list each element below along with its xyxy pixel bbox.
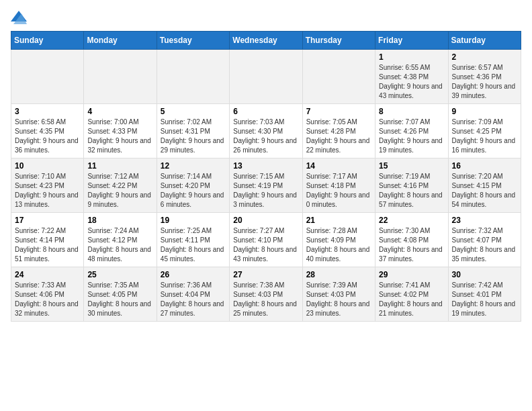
calendar-cell: 4Sunrise: 7:00 AMSunset: 4:33 PMDaylight… <box>84 104 157 158</box>
logo <box>11 11 30 24</box>
day-detail: Sunrise: 7:25 AMSunset: 4:11 PMDaylight:… <box>161 226 226 264</box>
calendar-cell: 30Sunrise: 7:42 AMSunset: 4:01 PMDayligh… <box>448 267 521 322</box>
day-number: 2 <box>452 52 517 62</box>
day-detail: Sunrise: 7:05 AMSunset: 4:28 PMDaylight:… <box>306 118 371 155</box>
day-number: 16 <box>452 161 517 171</box>
day-number: 26 <box>161 270 226 279</box>
calendar-cell: 26Sunrise: 7:36 AMSunset: 4:04 PMDayligh… <box>157 267 229 322</box>
day-detail: Sunrise: 7:14 AMSunset: 4:20 PMDaylight:… <box>161 172 226 210</box>
column-header-friday: Friday <box>375 32 448 50</box>
calendar-cell: 10Sunrise: 7:10 AMSunset: 4:23 PMDayligh… <box>11 158 84 213</box>
day-number: 18 <box>87 216 152 225</box>
calendar-cell: 6Sunrise: 7:03 AMSunset: 4:30 PMDaylight… <box>230 104 302 158</box>
day-detail: Sunrise: 7:30 AMSunset: 4:08 PMDaylight:… <box>379 226 444 264</box>
column-header-sunday: Sunday <box>11 32 84 50</box>
day-number: 1 <box>379 52 444 62</box>
day-number: 20 <box>233 216 298 225</box>
day-detail: Sunrise: 7:07 AMSunset: 4:26 PMDaylight:… <box>379 118 444 155</box>
calendar-cell: 5Sunrise: 7:02 AMSunset: 4:31 PMDaylight… <box>157 104 229 158</box>
day-number: 3 <box>15 107 80 116</box>
day-detail: Sunrise: 7:12 AMSunset: 4:22 PMDaylight:… <box>87 172 152 210</box>
calendar-cell: 16Sunrise: 7:20 AMSunset: 4:15 PMDayligh… <box>448 158 521 213</box>
day-detail: Sunrise: 7:02 AMSunset: 4:31 PMDaylight:… <box>161 118 226 155</box>
calendar-header: SundayMondayTuesdayWednesdayThursdayFrid… <box>11 32 521 50</box>
calendar-cell: 8Sunrise: 7:07 AMSunset: 4:26 PMDaylight… <box>375 104 448 158</box>
day-detail: Sunrise: 7:15 AMSunset: 4:19 PMDaylight:… <box>233 172 298 210</box>
day-number: 22 <box>379 216 444 225</box>
calendar-cell: 27Sunrise: 7:38 AMSunset: 4:03 PMDayligh… <box>230 267 302 322</box>
day-detail: Sunrise: 6:55 AMSunset: 4:38 PMDaylight:… <box>379 63 444 101</box>
calendar-cell: 14Sunrise: 7:17 AMSunset: 4:18 PMDayligh… <box>302 158 375 213</box>
day-number: 12 <box>161 161 226 171</box>
calendar-cell: 24Sunrise: 7:33 AMSunset: 4:06 PMDayligh… <box>11 267 84 322</box>
day-detail: Sunrise: 7:17 AMSunset: 4:18 PMDaylight:… <box>306 172 371 210</box>
calendar-cell: 29Sunrise: 7:41 AMSunset: 4:02 PMDayligh… <box>375 267 448 322</box>
day-detail: Sunrise: 7:27 AMSunset: 4:10 PMDaylight:… <box>233 226 298 264</box>
day-number: 7 <box>306 107 371 116</box>
day-number: 25 <box>87 270 152 279</box>
calendar-cell: 18Sunrise: 7:24 AMSunset: 4:12 PMDayligh… <box>84 213 157 267</box>
calendar-cell: 20Sunrise: 7:27 AMSunset: 4:10 PMDayligh… <box>230 213 302 267</box>
column-header-wednesday: Wednesday <box>230 32 302 50</box>
day-detail: Sunrise: 7:38 AMSunset: 4:03 PMDaylight:… <box>233 281 298 318</box>
day-number: 23 <box>452 216 517 225</box>
day-detail: Sunrise: 7:03 AMSunset: 4:30 PMDaylight:… <box>233 118 298 155</box>
day-number: 17 <box>15 216 80 225</box>
day-detail: Sunrise: 7:28 AMSunset: 4:09 PMDaylight:… <box>306 226 371 264</box>
calendar-cell: 19Sunrise: 7:25 AMSunset: 4:11 PMDayligh… <box>157 213 229 267</box>
column-header-monday: Monday <box>84 32 157 50</box>
calendar-cell: 9Sunrise: 7:09 AMSunset: 4:25 PMDaylight… <box>448 104 521 158</box>
calendar-cell: 2Sunrise: 6:57 AMSunset: 4:36 PMDaylight… <box>448 50 521 104</box>
day-number: 11 <box>87 161 152 171</box>
day-number: 10 <box>15 161 80 171</box>
calendar-cell <box>11 50 84 104</box>
day-detail: Sunrise: 7:41 AMSunset: 4:02 PMDaylight:… <box>379 281 444 318</box>
day-number: 8 <box>379 107 444 116</box>
day-detail: Sunrise: 6:57 AMSunset: 4:36 PMDaylight:… <box>452 63 517 101</box>
calendar-cell: 23Sunrise: 7:32 AMSunset: 4:07 PMDayligh… <box>448 213 521 267</box>
calendar-cell: 13Sunrise: 7:15 AMSunset: 4:19 PMDayligh… <box>230 158 302 213</box>
calendar-cell: 21Sunrise: 7:28 AMSunset: 4:09 PMDayligh… <box>302 213 375 267</box>
day-number: 19 <box>161 216 226 225</box>
calendar-cell: 15Sunrise: 7:19 AMSunset: 4:16 PMDayligh… <box>375 158 448 213</box>
day-number: 9 <box>452 107 517 116</box>
calendar-cell <box>230 50 302 104</box>
day-detail: Sunrise: 7:22 AMSunset: 4:14 PMDaylight:… <box>15 226 80 264</box>
day-number: 6 <box>233 107 298 116</box>
calendar-cell: 28Sunrise: 7:39 AMSunset: 4:03 PMDayligh… <box>302 267 375 322</box>
day-number: 4 <box>87 107 152 116</box>
logo-icon <box>11 11 27 24</box>
calendar-cell: 25Sunrise: 7:35 AMSunset: 4:05 PMDayligh… <box>84 267 157 322</box>
calendar-cell: 7Sunrise: 7:05 AMSunset: 4:28 PMDaylight… <box>302 104 375 158</box>
day-detail: Sunrise: 7:24 AMSunset: 4:12 PMDaylight:… <box>87 226 152 264</box>
calendar-table: SundayMondayTuesdayWednesdayThursdayFrid… <box>11 31 521 322</box>
calendar-cell <box>157 50 229 104</box>
day-detail: Sunrise: 7:09 AMSunset: 4:25 PMDaylight:… <box>452 118 517 155</box>
day-number: 29 <box>379 270 444 279</box>
day-detail: Sunrise: 7:36 AMSunset: 4:04 PMDaylight:… <box>161 281 226 318</box>
day-number: 30 <box>452 270 517 279</box>
day-detail: Sunrise: 7:32 AMSunset: 4:07 PMDaylight:… <box>452 226 517 264</box>
calendar-cell: 1Sunrise: 6:55 AMSunset: 4:38 PMDaylight… <box>375 50 448 104</box>
day-detail: Sunrise: 7:42 AMSunset: 4:01 PMDaylight:… <box>452 281 517 318</box>
calendar-cell: 11Sunrise: 7:12 AMSunset: 4:22 PMDayligh… <box>84 158 157 213</box>
day-detail: Sunrise: 7:10 AMSunset: 4:23 PMDaylight:… <box>15 172 80 210</box>
day-detail: Sunrise: 7:39 AMSunset: 4:03 PMDaylight:… <box>306 281 371 318</box>
column-header-thursday: Thursday <box>302 32 375 50</box>
day-number: 27 <box>233 270 298 279</box>
day-number: 13 <box>233 161 298 171</box>
calendar-cell: 12Sunrise: 7:14 AMSunset: 4:20 PMDayligh… <box>157 158 229 213</box>
day-detail: Sunrise: 7:33 AMSunset: 4:06 PMDaylight:… <box>15 281 80 318</box>
calendar-cell <box>302 50 375 104</box>
day-number: 21 <box>306 216 371 225</box>
day-number: 28 <box>306 270 371 279</box>
calendar-cell: 3Sunrise: 6:58 AMSunset: 4:35 PMDaylight… <box>11 104 84 158</box>
day-number: 14 <box>306 161 371 171</box>
day-detail: Sunrise: 7:20 AMSunset: 4:15 PMDaylight:… <box>452 172 517 210</box>
header <box>11 11 521 24</box>
day-detail: Sunrise: 7:00 AMSunset: 4:33 PMDaylight:… <box>87 118 152 155</box>
calendar-cell <box>84 50 157 104</box>
day-number: 15 <box>379 161 444 171</box>
calendar-cell: 17Sunrise: 7:22 AMSunset: 4:14 PMDayligh… <box>11 213 84 267</box>
day-detail: Sunrise: 7:35 AMSunset: 4:05 PMDaylight:… <box>87 281 152 318</box>
